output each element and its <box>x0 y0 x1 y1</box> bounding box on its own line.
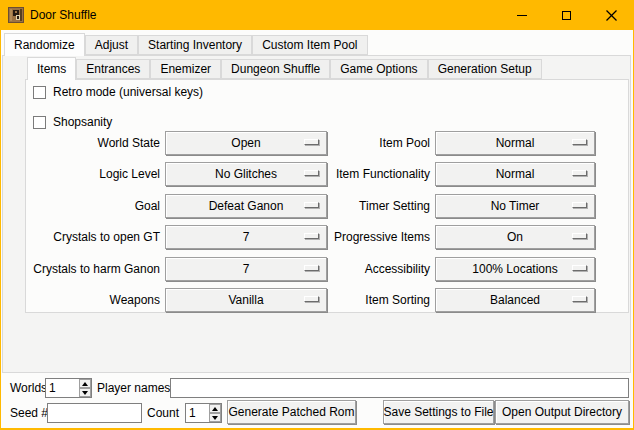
dropdown-indicator-icon <box>572 296 587 302</box>
weapons-dropdown[interactable]: Vanilla <box>165 288 327 312</box>
dropdown-value: Normal <box>496 136 535 150</box>
dropdown-value: 100% Locations <box>472 262 557 276</box>
crystals-open-gt-dropdown[interactable]: 7 <box>165 225 327 249</box>
dropdown-value: Defeat Ganon <box>209 199 284 213</box>
item-functionality-row: Item Functionality Normal <box>330 162 595 186</box>
close-button[interactable] <box>589 0 634 30</box>
window-titlebar[interactable]: Door Shuffle <box>0 0 634 30</box>
goal-dropdown[interactable]: Defeat Ganon <box>165 194 327 218</box>
save-settings-button[interactable]: Save Settings to File <box>383 400 494 424</box>
dropdown-value: Normal <box>496 167 535 181</box>
dropdown-indicator-icon <box>572 139 587 145</box>
crystals-open-gt-label: Crystals to open GT <box>0 230 160 244</box>
dropdown-indicator-icon <box>304 170 319 176</box>
goal-row: Goal Defeat Ganon <box>0 194 327 218</box>
dropdown-value: No Timer <box>491 199 540 213</box>
window-title: Door Shuffle <box>30 0 97 30</box>
spin-down-icon <box>82 391 88 395</box>
dropdown-value: On <box>507 230 523 244</box>
count-spin-up-button[interactable] <box>209 404 221 413</box>
shopsanity-row: Shopsanity <box>33 114 112 130</box>
progressive-items-row: Progressive Items On <box>330 225 595 249</box>
progressive-items-dropdown[interactable]: On <box>435 225 595 249</box>
tab-custom-item-pool[interactable]: Custom Item Pool <box>252 35 367 55</box>
count-label: Count <box>147 403 179 423</box>
item-sorting-dropdown[interactable]: Balanced <box>435 288 595 312</box>
logic-level-row: Logic Level No Glitches <box>0 162 327 186</box>
tab-enemizer[interactable]: Enemizer <box>150 59 221 79</box>
seed-input[interactable] <box>47 403 142 423</box>
dropdown-indicator-icon <box>304 233 319 239</box>
shopsanity-checkbox[interactable] <box>33 116 46 129</box>
dropdown-indicator-icon <box>304 265 319 271</box>
maximize-button[interactable] <box>544 0 589 30</box>
worlds-spin-down-button[interactable] <box>79 388 91 397</box>
crystals-open-gt-row: Crystals to open GT 7 <box>0 225 327 249</box>
generate-patched-rom-button[interactable]: Generate Patched Rom <box>227 400 356 424</box>
accessibility-dropdown[interactable]: 100% Locations <box>435 257 595 281</box>
seed-label: Seed # <box>10 403 48 423</box>
world-state-dropdown[interactable]: Open <box>165 131 327 155</box>
close-icon <box>606 10 617 21</box>
worlds-spin-up-button[interactable] <box>79 379 91 388</box>
count-input[interactable] <box>186 404 209 422</box>
tab-items[interactable]: Items <box>27 57 76 80</box>
door-icon <box>8 7 24 23</box>
door-shuffle-window: Door Shuffle Randomize Adjust Starting I… <box>0 0 634 430</box>
world-state-label: World State <box>0 136 160 150</box>
accessibility-label: Accessibility <box>330 262 430 276</box>
tab-entrances[interactable]: Entrances <box>76 59 150 79</box>
randomize-sub-tab-bar: Items Entrances Enemizer Dungeon Shuffle… <box>27 57 542 79</box>
timer-setting-dropdown[interactable]: No Timer <box>435 194 595 218</box>
logic-level-label: Logic Level <box>0 167 160 181</box>
item-functionality-label: Item Functionality <box>330 167 430 181</box>
logic-level-dropdown[interactable]: No Glitches <box>165 162 327 186</box>
crystals-harm-ganon-row: Crystals to harm Ganon 7 <box>0 257 327 281</box>
item-functionality-dropdown[interactable]: Normal <box>435 162 595 186</box>
item-sorting-label: Item Sorting <box>330 293 430 307</box>
spin-down-icon <box>212 416 218 420</box>
count-spin-down-button[interactable] <box>209 413 221 422</box>
player-names-label: Player names <box>97 378 170 398</box>
minimize-button[interactable] <box>499 0 544 30</box>
world-state-row: World State Open <box>0 131 327 155</box>
item-pool-dropdown[interactable]: Normal <box>435 131 595 155</box>
tab-starting-inventory[interactable]: Starting Inventory <box>138 35 252 55</box>
weapons-row: Weapons Vanilla <box>0 288 327 312</box>
item-sorting-row: Item Sorting Balanced <box>330 288 595 312</box>
goal-label: Goal <box>0 199 160 213</box>
dropdown-value: Open <box>231 136 260 150</box>
dropdown-indicator-icon <box>304 296 319 302</box>
count-spinbox <box>185 403 222 423</box>
dropdown-indicator-icon <box>572 233 587 239</box>
dropdown-value: 7 <box>243 230 250 244</box>
tab-generation-setup[interactable]: Generation Setup <box>428 59 542 79</box>
item-pool-row: Item Pool Normal <box>330 131 595 155</box>
timer-setting-label: Timer Setting <box>330 199 430 213</box>
minimize-icon <box>517 15 527 16</box>
progressive-items-label: Progressive Items <box>330 230 430 244</box>
weapons-label: Weapons <box>0 293 160 307</box>
dropdown-value: Balanced <box>490 293 540 307</box>
timer-setting-row: Timer Setting No Timer <box>330 194 595 218</box>
spin-up-icon <box>212 407 218 411</box>
shopsanity-label: Shopsanity <box>53 115 112 129</box>
spin-up-icon <box>82 382 88 386</box>
tab-randomize[interactable]: Randomize <box>4 33 85 56</box>
crystals-harm-ganon-dropdown[interactable]: 7 <box>165 257 327 281</box>
accessibility-row: Accessibility 100% Locations <box>330 257 595 281</box>
retro-mode-row: Retro mode (universal keys) <box>33 84 203 100</box>
retro-mode-checkbox[interactable] <box>33 86 46 99</box>
tab-adjust[interactable]: Adjust <box>85 35 138 55</box>
dropdown-indicator-icon <box>304 202 319 208</box>
player-names-input[interactable] <box>170 378 629 398</box>
worlds-input[interactable] <box>46 379 79 397</box>
crystals-harm-ganon-label: Crystals to harm Ganon <box>0 262 160 276</box>
worlds-spinbox <box>45 378 92 398</box>
open-output-directory-button[interactable]: Open Output Directory <box>495 400 629 424</box>
tab-game-options[interactable]: Game Options <box>330 59 427 79</box>
dropdown-indicator-icon <box>572 202 587 208</box>
main-tab-bar: Randomize Adjust Starting Inventory Cust… <box>4 33 368 55</box>
dropdown-value: Vanilla <box>228 293 263 307</box>
tab-dungeon-shuffle[interactable]: Dungeon Shuffle <box>221 59 330 79</box>
